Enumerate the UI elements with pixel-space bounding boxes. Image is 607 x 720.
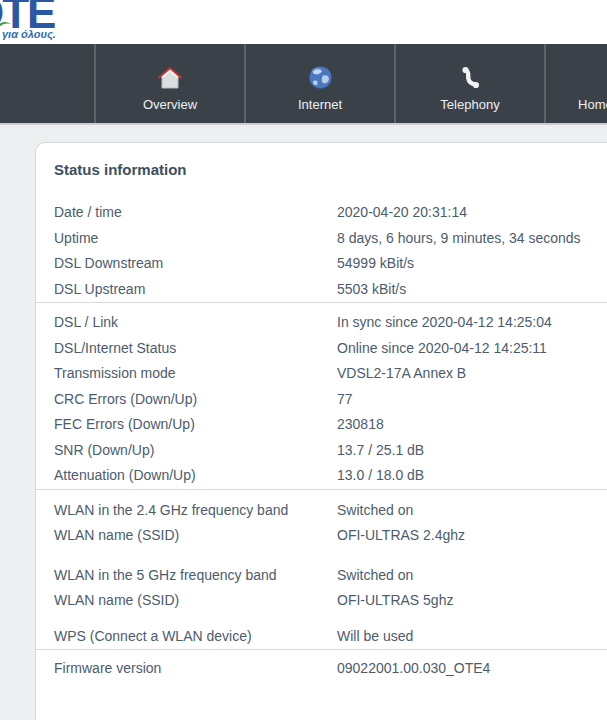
row-value: Switched on xyxy=(337,498,607,524)
section-firmware: Firmware version 09022001.00.030_OTE4 xyxy=(36,650,607,682)
row-label: DSL/Internet Status xyxy=(54,336,337,362)
row-value: VDSL2-17A Annex B xyxy=(337,361,607,387)
row-value: OFI-ULTRAS 5ghz xyxy=(337,588,607,614)
row-label: WLAN in the 2.4 GHz frequency band xyxy=(54,498,337,524)
tab-internet[interactable]: Internet xyxy=(246,44,396,123)
row-label: WLAN in the 5 GHz frequency band xyxy=(54,563,337,589)
row-label: WLAN name (SSID) xyxy=(54,523,337,549)
row-value: 230818 xyxy=(337,412,607,438)
row-label: Firmware version xyxy=(54,656,337,682)
row-label: DSL / Link xyxy=(54,310,337,336)
row-label: SNR (Down/Up) xyxy=(54,438,337,464)
row-wlan-ssid-24: WLAN name (SSID) OFI-ULTRAS 2.4ghz xyxy=(36,523,607,549)
row-label: DSL Downstream xyxy=(54,251,337,277)
row-date-time: Date / time 2020-04-20 20:31:14 xyxy=(36,200,607,226)
row-wlan-24ghz: WLAN in the 2.4 GHz frequency band Switc… xyxy=(36,498,607,524)
row-value: 13.7 / 25.1 dB xyxy=(337,438,607,464)
row-dsl-internet-status: DSL/Internet Status Online since 2020-04… xyxy=(36,336,607,362)
row-dsl-link: DSL / Link In sync since 2020-04-12 14:2… xyxy=(36,310,607,336)
row-label: CRC Errors (Down/Up) xyxy=(54,387,337,413)
row-label: WLAN name (SSID) xyxy=(54,588,337,614)
tab-telephony-label: Telephony xyxy=(440,97,499,112)
row-attenuation: Attenuation (Down/Up) 13.0 / 18.0 dB xyxy=(36,463,607,489)
row-value: 8 days, 6 hours, 9 minutes, 34 seconds xyxy=(337,226,607,252)
main-content: Status information Date / time 2020-04-2… xyxy=(0,125,607,720)
row-crc-errors: CRC Errors (Down/Up) 77 xyxy=(36,387,607,413)
row-value: 13.0 / 18.0 dB xyxy=(337,463,607,489)
row-value: In sync since 2020-04-12 14:25:04 xyxy=(337,310,607,336)
tab-home-network-label: Home Network xyxy=(578,97,607,112)
tab-internet-label: Internet xyxy=(298,97,342,112)
row-value: 77 xyxy=(337,387,607,413)
row-value: 09022001.00.030_OTE4 xyxy=(337,656,607,682)
row-snr: SNR (Down/Up) 13.7 / 25.1 dB xyxy=(36,438,607,464)
tab-overview-label: Overview xyxy=(143,97,197,112)
row-label: Uptime xyxy=(54,226,337,252)
row-value: 2020-04-20 20:31:14 xyxy=(337,200,607,226)
row-label: DSL Upstream xyxy=(54,277,337,303)
globe-icon xyxy=(307,64,334,91)
row-value: Online since 2020-04-12 14:25:11 xyxy=(337,336,607,362)
page-header: OTE για όλους. xyxy=(0,0,607,44)
row-dsl-downstream: DSL Downstream 54999 kBit/s xyxy=(36,251,607,277)
navbar-left-spacer xyxy=(0,44,96,123)
row-firmware-version: Firmware version 09022001.00.030_OTE4 xyxy=(36,656,607,682)
ote-logo-tagline: για όλους. xyxy=(2,28,56,40)
tab-home-network[interactable]: Home Network xyxy=(546,44,607,123)
row-fec-errors: FEC Errors (Down/Up) 230818 xyxy=(36,412,607,438)
status-information-card: Status information Date / time 2020-04-2… xyxy=(35,142,607,720)
section-general: Date / time 2020-04-20 20:31:14 Uptime 8… xyxy=(36,200,607,302)
row-label: Transmission mode xyxy=(54,361,337,387)
section-dsl: DSL / Link In sync since 2020-04-12 14:2… xyxy=(36,303,607,489)
row-dsl-upstream: DSL Upstream 5503 kBit/s xyxy=(36,277,607,303)
row-value: Will be used xyxy=(337,624,607,650)
row-wlan-5ghz: WLAN in the 5 GHz frequency band Switche… xyxy=(36,563,607,589)
row-wps: WPS (Connect a WLAN device) Will be used xyxy=(36,624,607,650)
ote-logo: OTE για όλους. xyxy=(0,0,140,44)
row-value: OFI-ULTRAS 2.4ghz xyxy=(337,523,607,549)
row-uptime: Uptime 8 days, 6 hours, 9 minutes, 34 se… xyxy=(36,226,607,252)
main-navbar: Overview Internet Telephony xyxy=(0,44,607,125)
tab-telephony[interactable]: Telephony xyxy=(396,44,546,123)
row-wlan-ssid-5: WLAN name (SSID) OFI-ULTRAS 5ghz xyxy=(36,588,607,614)
row-label: Date / time xyxy=(54,200,337,226)
tab-overview[interactable]: Overview xyxy=(96,44,246,123)
row-value: 5503 kBit/s xyxy=(337,277,607,303)
row-value: 54999 kBit/s xyxy=(337,251,607,277)
row-value: Switched on xyxy=(337,563,607,589)
row-label: WPS (Connect a WLAN device) xyxy=(54,624,337,650)
page-title: Status information xyxy=(54,161,607,178)
row-label: Attenuation (Down/Up) xyxy=(54,463,337,489)
row-label: FEC Errors (Down/Up) xyxy=(54,412,337,438)
section-wlan: WLAN in the 2.4 GHz frequency band Switc… xyxy=(36,490,607,650)
row-transmission-mode: Transmission mode VDSL2-17A Annex B xyxy=(36,361,607,387)
phone-icon xyxy=(457,64,483,91)
home-icon xyxy=(156,64,184,91)
